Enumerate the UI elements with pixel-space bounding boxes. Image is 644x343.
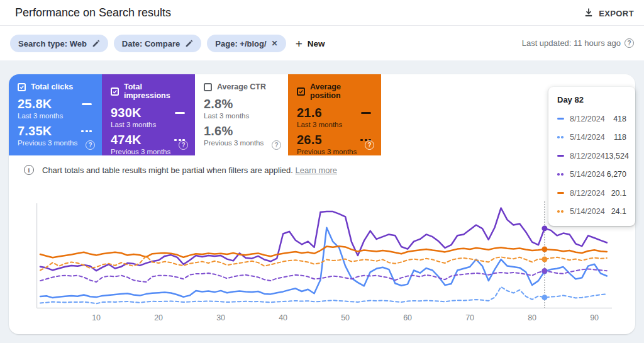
metric-previous-value: 7.35K (18, 124, 52, 138)
chip-label: Page: +/blog/ (215, 39, 266, 48)
metric-current-label: Last 3 months (18, 112, 93, 120)
new-label: New (308, 39, 325, 48)
last-updated: Last updated: 11 hours ago ? (522, 38, 634, 48)
tooltip-row: 8/12/202413,524 (557, 152, 626, 160)
metric-current-label: Last 3 months (204, 112, 279, 120)
edit-icon[interactable] (185, 40, 193, 48)
filter-chip-1[interactable]: Search type: Web (10, 35, 108, 52)
filter-chip-3[interactable]: Page: +/blog/✕ (207, 35, 286, 52)
tooltip-date: 8/12/2024 (570, 152, 605, 160)
tooltip-date: 8/12/2024 (570, 115, 613, 123)
metric-previous-value: 26.5 (297, 133, 322, 147)
metric-previous-value: 474K (111, 133, 142, 147)
app-header: Performance on Search results EXPORT (0, 0, 644, 26)
dashed-series-swatch (557, 210, 560, 213)
help-icon[interactable]: ? (625, 38, 634, 48)
metric-current-label: Last 3 months (297, 121, 372, 128)
tooltip-value: 118 (614, 133, 626, 142)
metric-previous-label: Previous 3 months (297, 148, 372, 155)
metric-card-total-impressions[interactable]: Total impressions930KLast 3 months474KPr… (102, 74, 195, 155)
learn-more-link[interactable]: Learn more (296, 166, 337, 175)
notice-text: Chart totals and table results might be … (42, 166, 293, 175)
dotted-line-key (81, 130, 92, 132)
info-icon: i (24, 165, 34, 175)
new-filter-button[interactable]: +New (296, 38, 325, 50)
tooltip-row: 8/12/202420.1 (557, 189, 626, 198)
metric-label: Total clicks (31, 82, 73, 91)
metric-help-icon[interactable]: ? (179, 140, 188, 150)
tooltip-value: 418 (613, 115, 626, 123)
solid-line-key (361, 112, 371, 114)
metric-current-value: 930K (111, 106, 142, 120)
filter-chip-2[interactable]: Date: Compare (114, 35, 201, 52)
tooltip-row: 5/14/2024118 (557, 133, 626, 142)
metric-previous-label: Previous 3 months (111, 148, 186, 155)
tooltip-value: 6,270 (607, 170, 626, 179)
metric-checkbox[interactable] (111, 87, 119, 96)
tooltip-value: 20.1 (611, 189, 626, 198)
solid-line-key (82, 103, 92, 105)
metric-previous-value: 1.6% (204, 124, 233, 138)
metric-previous-label: Previous 3 months (204, 139, 279, 147)
metric-help-icon[interactable]: ? (272, 140, 281, 150)
download-icon (584, 8, 594, 20)
filter-bar: Search type: WebDate: ComparePage: +/blo… (0, 26, 644, 60)
metric-current-value: 21.6 (297, 106, 322, 120)
tooltip-value: 13,524 (605, 152, 629, 160)
last-updated-text: Last updated: 11 hours ago (522, 38, 621, 48)
solid-series-swatch (557, 118, 564, 120)
close-icon[interactable]: ✕ (272, 39, 278, 48)
metric-label: Total impressions (124, 82, 186, 100)
tooltip-row: 8/12/2024418 (557, 115, 626, 123)
edit-icon[interactable] (92, 40, 100, 48)
metric-card-total-clicks[interactable]: Total clicks25.8KLast 3 months7.35KPrevi… (9, 74, 102, 155)
chart-tooltip: Day 82 8/12/20244185/14/20241188/12/2024… (548, 87, 635, 226)
metric-card-average-position[interactable]: Average position21.6Last 3 months26.5Pre… (288, 74, 381, 155)
export-label: EXPORT (599, 9, 634, 18)
metric-checkbox[interactable] (297, 87, 305, 96)
tooltip-rows: 8/12/20244185/14/20241188/12/202413,5245… (557, 115, 626, 216)
dashed-series-swatch (557, 173, 560, 176)
metric-label: Average position (310, 82, 372, 100)
metric-checkbox[interactable] (18, 83, 26, 91)
plus-icon: + (296, 38, 303, 50)
solid-series-swatch (557, 192, 564, 194)
metric-help-icon[interactable]: ? (365, 140, 374, 150)
tooltip-date: 5/14/2024 (570, 133, 614, 142)
tooltip-row: 5/14/202424.1 (557, 207, 626, 216)
solid-line-key (175, 112, 185, 114)
tooltip-date: 5/14/2024 (570, 170, 607, 179)
tooltip-date: 8/12/2024 (570, 189, 611, 198)
metric-card-average-ctr[interactable]: Average CTR2.8%Last 3 months1.6%Previous… (195, 74, 288, 155)
chip-label: Search type: Web (18, 39, 87, 48)
metric-current-value: 25.8K (18, 97, 52, 111)
page-title: Performance on Search results (15, 6, 171, 20)
metric-cards: Total clicks25.8KLast 3 months7.35KPrevi… (9, 74, 381, 155)
performance-card: Total clicks25.8KLast 3 months7.35KPrevi… (9, 74, 635, 334)
filters-notice: i Chart totals and table results might b… (24, 165, 337, 175)
tooltip-value: 24.1 (611, 207, 626, 216)
tooltip-row: 5/14/20246,270 (557, 170, 626, 179)
content-area: Total clicks25.8KLast 3 months7.35KPrevi… (0, 60, 644, 343)
solid-series-swatch (557, 155, 564, 157)
metric-label: Average CTR (217, 82, 266, 91)
metric-current-label: Last 3 months (111, 121, 186, 128)
filter-chips: Search type: WebDate: ComparePage: +/blo… (10, 35, 325, 52)
tooltip-date: 5/14/2024 (570, 207, 611, 216)
metric-current-value: 2.8% (204, 97, 233, 111)
dashed-series-swatch (557, 136, 560, 138)
export-button[interactable]: EXPORT (584, 5, 634, 21)
metric-previous-label: Previous 3 months (18, 139, 93, 147)
metric-checkbox[interactable] (204, 83, 212, 91)
chip-label: Date: Compare (122, 39, 180, 48)
tooltip-title: Day 82 (557, 95, 626, 104)
metric-help-icon[interactable]: ? (86, 140, 95, 150)
